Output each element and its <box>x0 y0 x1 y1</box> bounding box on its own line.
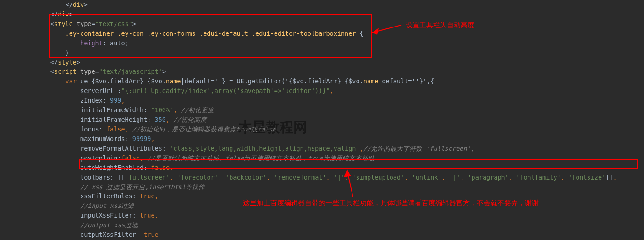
kw: false <box>151 164 170 171</box>
num: 99999 <box>132 135 151 142</box>
num: 999 <box>110 97 121 104</box>
string: "100%" <box>151 106 173 114</box>
comment: // xss 过滤是否开启,inserthtml等操作 <box>80 183 205 191</box>
key: autoHeightEnabled: <box>80 164 151 171</box>
key: outputXssFilter: <box>80 231 143 238</box>
code-editor[interactable]: </div> </div> <style type="text/css"> .e… <box>0 0 644 240</box>
comment: //初始化时，是否让编辑器获得焦点true或false <box>129 125 276 133</box>
key: xssFilterRules: <box>80 192 140 200</box>
string: "{:url('Uploadify/index',array('savepath… <box>121 87 330 94</box>
key: zIndex: <box>80 97 110 104</box>
tag: script <box>54 68 77 75</box>
tag: div <box>73 1 84 8</box>
key: maximumWords: <box>80 135 132 142</box>
key: focus: <box>80 125 106 133</box>
toolbars-array: 'fullscreen', 'forecolor', 'backcolor', … <box>125 174 606 181</box>
kw: true <box>143 231 159 238</box>
val: auto <box>110 39 125 47</box>
attr: type <box>80 68 95 75</box>
ident: ue_{$vo.fieldArr}_{$vo. <box>80 77 166 85</box>
string: "text/css" <box>95 20 132 27</box>
key: initialFrameHeight: <box>80 116 155 123</box>
comment: //初化宽度 <box>177 106 214 114</box>
prop: height <box>80 39 103 47</box>
tag: div <box>58 11 69 18</box>
key: serverUrl : <box>80 87 121 94</box>
kw: false <box>121 154 140 162</box>
comment: //input xss过滤 <box>80 202 134 209</box>
key: removeFormatAttributes: <box>80 145 170 152</box>
txt: |default=''} = UE.getEditor('{$vo.fieldA… <box>181 77 363 85</box>
string: "text/javascript" <box>99 68 162 75</box>
txt: |default=''}',{ <box>378 77 434 85</box>
comment: //output xss过滤 <box>80 221 138 229</box>
comment: //初化高度 <box>170 116 206 123</box>
key: toolbars: [[ <box>80 174 125 181</box>
key: pasteplain: <box>80 154 121 162</box>
selector: .ey-container .ey-con .ey-con-forms .edu… <box>66 30 356 37</box>
comment: //允许的最大字符数 'fullscreen', <box>363 145 474 152</box>
ident: name <box>363 77 379 85</box>
attr: type <box>77 20 92 27</box>
kw: var <box>66 77 77 85</box>
string: 'class,style,lang,width,height,align,hsp… <box>170 145 360 152</box>
num: 350 <box>155 116 166 123</box>
key: inputXssFilter: <box>80 212 140 219</box>
code-pre[interactable]: </div> </div> <style type="text/css"> .e… <box>0 0 644 240</box>
tag: style <box>54 20 73 27</box>
comment: //是否默认为纯文本粘贴。false为不使用纯文本粘贴，true为使用纯文本粘贴 <box>143 154 374 162</box>
kw: true <box>140 212 155 219</box>
kw: true <box>140 192 155 200</box>
key: initialFrameWidth: <box>80 106 151 114</box>
kw: false <box>106 125 125 133</box>
ident: name <box>166 77 181 85</box>
tag: style <box>58 59 77 66</box>
